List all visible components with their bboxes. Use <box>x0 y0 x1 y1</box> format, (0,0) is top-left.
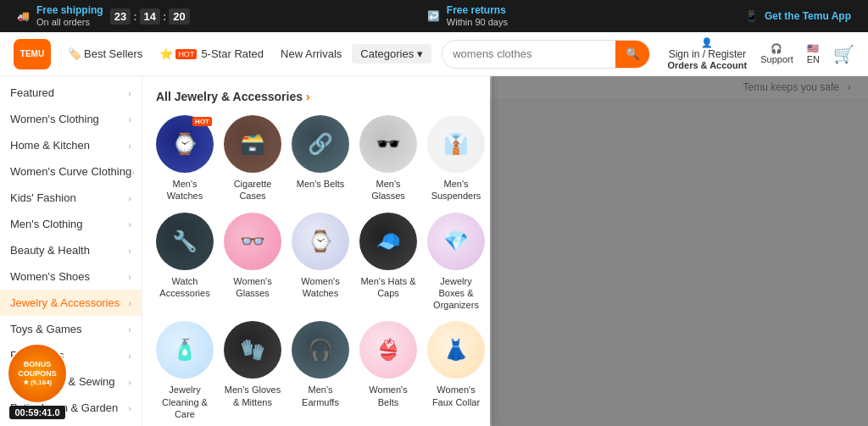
user-icon: 👤 <box>701 37 713 48</box>
returns-info: ↩️ Free returns Within 90 days <box>427 4 508 28</box>
nav-links: 🏷️ Best Sellers ⭐ HOT 5-Star Rated New A… <box>61 44 431 64</box>
subcategory-item-13[interactable]: 👙Women's Belts <box>359 321 417 420</box>
main-area: 🛡️ Safe payments Temu keeps you safe › F… <box>0 76 868 426</box>
bonus-coupons-button[interactable]: BONUS COUPONS ★ (9,164) <box>7 343 68 404</box>
search-button[interactable]: 🔍 <box>615 40 649 69</box>
app-promo[interactable]: 📱 Get the Temu App <box>745 10 851 22</box>
tag-icon: 🏷️ <box>68 47 81 60</box>
bonus-timer: 00:59:41.0 <box>9 406 64 419</box>
truck-icon: 🚚 <box>17 10 30 22</box>
category-item-3[interactable]: Women's Curve Clothing› <box>0 158 142 185</box>
sign-in-item[interactable]: 👤 Sign in / Register Orders & Account <box>667 37 747 70</box>
phone-icon: 📱 <box>745 10 758 22</box>
subcategory-item-7[interactable]: ⌚Women's Watches <box>292 213 349 312</box>
temu-logo[interactable]: TEMU <box>14 39 51 69</box>
category-item-8[interactable]: Jewelry & Accessories› <box>0 290 142 316</box>
subcategory-grid: HOT⌚Men's Watches🗃️Cigarette Cases🔗Men's… <box>156 115 476 426</box>
timer-hours: 23 <box>110 8 131 25</box>
category-item-5[interactable]: Men's Clothing› <box>0 211 142 237</box>
subcategory-item-11[interactable]: 🧤Men's Gloves & Mittens <box>224 321 281 420</box>
countdown-timer: 23 : 14 : 20 <box>110 8 190 25</box>
star-icon: ⭐ <box>159 47 173 60</box>
returns-text: Free returns Within 90 days <box>447 4 508 28</box>
flag-icon: 🇺🇸 <box>807 43 819 54</box>
returns-icon: ↩️ <box>427 10 440 22</box>
subcategory-item-6[interactable]: 👓Women's Glasses <box>224 213 281 312</box>
headset-icon: 🎧 <box>771 43 782 54</box>
subcategory-header: All Jewelry & Accessories › <box>156 90 476 103</box>
subcategory-item-8[interactable]: 🧢Men's Hats & Caps <box>359 213 417 312</box>
new-arrivals-link[interactable]: New Arrivals <box>274 44 348 64</box>
subcategory-item-1[interactable]: 🗃️Cigarette Cases <box>224 115 281 202</box>
shipping-info: 🚚 Free shipping On all orders 23 : 14 : … <box>17 4 190 28</box>
timer-minutes: 14 <box>140 8 160 25</box>
timer-seconds: 20 <box>169 8 189 25</box>
subcategory-item-2[interactable]: 🔗Men's Belts <box>292 115 349 202</box>
category-item-0[interactable]: Featured› <box>0 80 142 106</box>
category-item-1[interactable]: Women's Clothing› <box>0 106 142 132</box>
subcategory-item-3[interactable]: 🕶️Men's Glasses <box>359 115 417 202</box>
cart-button[interactable]: 🛒 <box>833 44 854 64</box>
navbar: TEMU 🏷️ Best Sellers ⭐ HOT 5-Star Rated … <box>0 32 868 76</box>
category-item-7[interactable]: Women's Shoes› <box>0 263 142 290</box>
language-item[interactable]: 🇺🇸 EN <box>807 43 820 64</box>
bonus-rating: ★ (9,164) <box>23 379 53 387</box>
support-item[interactable]: 🎧 Support <box>760 43 793 64</box>
category-item-2[interactable]: Home & Kitchen› <box>0 132 142 158</box>
star-rated-link[interactable]: ⭐ HOT 5-Star Rated <box>153 44 270 64</box>
header-arrow-icon: › <box>306 90 310 103</box>
subcategory-panel: All Jewelry & Accessories › HOT⌚Men's Wa… <box>142 76 490 426</box>
search-icon: 🔍 <box>626 47 640 60</box>
category-item-6[interactable]: Beauty & Health› <box>0 237 142 263</box>
search-input[interactable] <box>442 47 615 60</box>
bonus-area: BONUS COUPONS ★ (9,164) 00:59:41.0 <box>0 336 75 426</box>
search-bar: 🔍 <box>442 40 650 69</box>
subcategory-item-5[interactable]: 🔧Watch Accessories <box>156 213 214 312</box>
chevron-down-icon: ▾ <box>417 47 423 60</box>
subcategory-item-12[interactable]: 🎧Men's Earmuffs <box>292 321 349 420</box>
subcategory-item-4[interactable]: 👔Men's Suspenders <box>427 115 485 202</box>
shipping-text: Free shipping On all orders <box>36 4 103 28</box>
subcategory-item-9[interactable]: 💎Jewelry Boxes & Organizers <box>427 213 485 312</box>
subcategory-item-0[interactable]: HOT⌚Men's Watches <box>156 115 214 202</box>
nav-right: 👤 Sign in / Register Orders & Account 🎧 … <box>667 37 854 70</box>
app-text: Get the Temu App <box>765 10 851 22</box>
subcategory-item-10[interactable]: 🧴Jewelry Cleaning & Care <box>156 321 214 420</box>
top-banner: 🚚 Free shipping On all orders 23 : 14 : … <box>0 0 868 32</box>
subcategory-item-14[interactable]: 👗Women's Faux Collar <box>427 321 485 420</box>
categories-button[interactable]: Categories ▾ <box>352 44 431 64</box>
category-item-4[interactable]: Kids' Fashion› <box>0 185 142 211</box>
best-sellers-link[interactable]: 🏷️ Best Sellers <box>61 44 149 64</box>
